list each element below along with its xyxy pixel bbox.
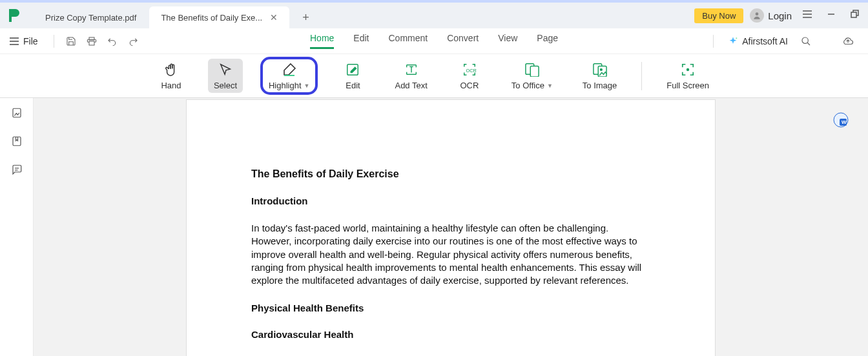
svg-point-0 (756, 12, 759, 15)
user-icon (750, 8, 764, 23)
bookmarks-icon[interactable] (11, 135, 23, 150)
thumbnails-icon[interactable] (11, 107, 23, 121)
new-tab-button[interactable]: + (291, 6, 314, 28)
svg-rect-18 (530, 66, 539, 77)
tab-label: Prize Copy Template.pdf (45, 13, 136, 23)
nav-edit[interactable]: Edit (353, 33, 369, 49)
close-icon[interactable]: ✕ (270, 12, 278, 23)
nav-view[interactable]: View (498, 33, 517, 49)
tool-select[interactable]: Select (208, 59, 243, 93)
file-label: File (23, 36, 38, 46)
tool-label: Hand (161, 81, 181, 90)
nav-page[interactable]: Page (537, 33, 558, 49)
nav-tabs: Home Edit Comment Convert View Page (310, 33, 558, 49)
divider (54, 35, 54, 48)
to-image-icon (592, 61, 608, 78)
heading-physical: Physical Health Benefits (251, 302, 650, 313)
svg-point-22 (687, 69, 689, 71)
tool-to-image[interactable]: To Image (577, 59, 622, 93)
tool-hand[interactable]: Hand (154, 59, 189, 93)
toolbar: Hand Select Highlight ▼ Edit Add Text OC… (0, 54, 868, 98)
menubar-right: Afirstsoft AI (707, 35, 859, 48)
document-tabs: Prize Copy Template.pdf The Benefits of … (34, 3, 315, 28)
tool-ocr[interactable]: OCR OCR (452, 59, 487, 93)
tool-edit[interactable]: Edit (335, 59, 370, 93)
svg-rect-24 (13, 137, 21, 146)
nav-convert[interactable]: Convert (447, 33, 479, 49)
ocr-icon: OCR (462, 61, 477, 78)
svg-line-13 (807, 43, 810, 45)
tool-label: OCR (460, 81, 479, 90)
minimize-icon[interactable] (823, 10, 840, 21)
tool-label: Add Text (395, 81, 427, 90)
ai-button[interactable]: Afirstsoft AI (728, 36, 788, 46)
word-badge-icon[interactable]: W (833, 112, 849, 128)
file-menu[interactable]: File (9, 36, 38, 46)
login-button[interactable]: Login (750, 8, 792, 23)
workspace: W The Benefits of Daily Exercise Introdu… (0, 98, 868, 356)
hand-icon (164, 61, 178, 78)
heading-cardio: Cardiovascular Health (251, 329, 650, 340)
search-icon[interactable] (796, 36, 816, 46)
divider (641, 62, 642, 90)
restore-icon[interactable] (846, 10, 863, 21)
nav-home[interactable]: Home (310, 33, 334, 49)
buy-now-button[interactable]: Buy Now (694, 8, 743, 23)
tool-to-office[interactable]: To Office ▼ (506, 59, 558, 93)
menubar: File Home Edit Comment Convert View Page… (0, 28, 868, 54)
print-icon[interactable] (81, 36, 102, 46)
ai-label: Afirstsoft AI (742, 36, 788, 46)
cloud-icon[interactable] (837, 35, 859, 47)
nav-comment[interactable]: Comment (388, 33, 428, 49)
divider (713, 35, 714, 48)
tool-label: To Image (583, 81, 617, 90)
to-office-icon (524, 61, 540, 78)
svg-text:W: W (842, 119, 847, 125)
svg-rect-5 (851, 12, 856, 17)
svg-point-12 (802, 37, 808, 43)
edit-icon (346, 61, 360, 78)
tab-prize-copy[interactable]: Prize Copy Template.pdf (34, 6, 148, 28)
paragraph-intro: In today's fast-paced world, maintaining… (251, 222, 650, 287)
tab-label: The Benefits of Daily Exe... (161, 13, 262, 23)
titlebar-right: Buy Now Login (694, 8, 863, 23)
doc-title: The Benefits of Daily Exercise (251, 168, 650, 180)
comments-icon[interactable] (11, 164, 23, 178)
svg-rect-10 (89, 41, 94, 45)
login-label: Login (768, 10, 792, 21)
menu-icon[interactable] (798, 10, 816, 21)
document-page: The Benefits of Daily Exercise Introduct… (186, 99, 716, 356)
titlebar: Prize Copy Template.pdf The Benefits of … (0, 0, 868, 28)
save-icon[interactable] (61, 36, 81, 46)
svg-point-11 (736, 37, 738, 39)
heading-introduction: Introduction (251, 195, 650, 206)
tool-add-text[interactable]: Add Text (389, 59, 432, 93)
left-sidebar (0, 98, 34, 356)
cursor-icon (218, 61, 232, 78)
svg-rect-23 (13, 108, 21, 117)
tool-label: Edit (346, 81, 360, 90)
svg-point-21 (600, 69, 602, 71)
chevron-down-icon: ▼ (304, 83, 310, 89)
highlighter-icon (282, 61, 297, 78)
fullscreen-icon (681, 61, 695, 78)
svg-text:OCR: OCR (466, 68, 476, 74)
tool-label: Highlight (269, 81, 302, 90)
tool-label: Full Screen (666, 81, 709, 90)
undo-icon[interactable] (102, 36, 123, 46)
redo-icon[interactable] (123, 36, 143, 46)
tool-label: Select (214, 81, 237, 90)
tool-highlight[interactable]: Highlight ▼ (262, 59, 316, 93)
tool-label: To Office (512, 81, 544, 90)
tab-benefits-exercise[interactable]: The Benefits of Daily Exe... ✕ (149, 6, 289, 28)
app-logo (8, 8, 21, 23)
sparkle-icon (728, 36, 738, 46)
chevron-down-icon: ▼ (547, 83, 553, 89)
add-text-icon (404, 61, 418, 78)
document-canvas[interactable]: W The Benefits of Daily Exercise Introdu… (34, 98, 868, 356)
tool-full-screen[interactable]: Full Screen (661, 59, 714, 93)
